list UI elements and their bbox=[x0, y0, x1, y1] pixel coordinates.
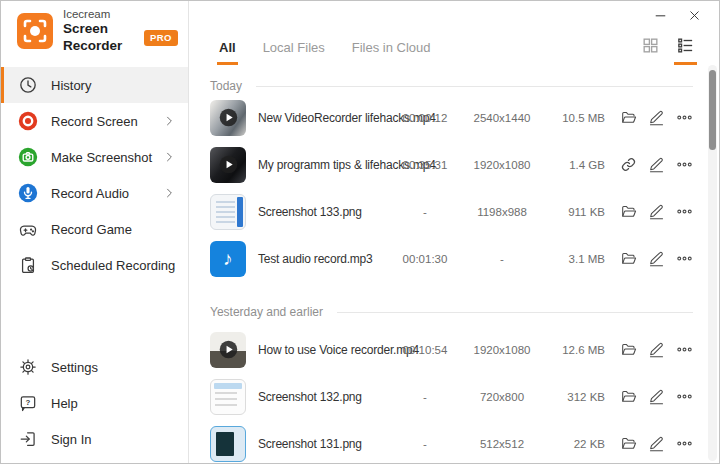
file-thumbnail[interactable] bbox=[210, 147, 246, 183]
sidebar-item-history[interactable]: History bbox=[1, 67, 188, 103]
file-row[interactable]: Screenshot 133.png - 1198x988 911 KB bbox=[210, 188, 693, 235]
sidebar-item-record-audio[interactable]: Record Audio bbox=[1, 175, 188, 211]
file-row[interactable]: Screenshot 131.png - 512x512 22 KB bbox=[210, 420, 693, 463]
brand-name-bottom: Screen Recorder bbox=[63, 21, 136, 55]
more-options-button[interactable] bbox=[675, 250, 693, 268]
sidebar: Icecream Screen Recorder PRO History Rec… bbox=[1, 1, 189, 463]
section-title: Today bbox=[210, 79, 242, 93]
help-icon: ? bbox=[17, 392, 39, 414]
tab-local-files[interactable]: Local Files bbox=[263, 40, 325, 65]
sidebar-item-sign-in[interactable]: Sign In bbox=[1, 421, 188, 457]
sidebar-item-settings[interactable]: Settings bbox=[1, 349, 188, 385]
sidebar-item-help[interactable]: ? Help bbox=[1, 385, 188, 421]
file-thumbnail[interactable] bbox=[210, 332, 246, 368]
file-size: 312 KB bbox=[547, 391, 605, 403]
pencil-icon bbox=[648, 203, 665, 220]
more-options-button[interactable] bbox=[675, 435, 693, 453]
file-duration: - bbox=[393, 438, 457, 450]
chevron-right-icon bbox=[162, 150, 176, 164]
folder-icon bbox=[620, 388, 637, 405]
open-folder-button[interactable] bbox=[619, 341, 637, 359]
sidebar-footer-menu: Settings ? Help Sign In bbox=[1, 349, 188, 457]
file-size: 1.4 GB bbox=[547, 159, 605, 171]
file-duration: - bbox=[393, 391, 457, 403]
copy-link-button[interactable] bbox=[619, 156, 637, 174]
file-name: How to use Voice recorder.mp4 bbox=[258, 343, 393, 357]
file-name: Test audio record.mp3 bbox=[258, 252, 393, 266]
file-row[interactable]: ♪ Test audio record.mp3 00:01:30 - 3.1 M… bbox=[210, 235, 693, 282]
file-thumbnail[interactable] bbox=[210, 426, 246, 462]
more-options-button[interactable] bbox=[675, 341, 693, 359]
more-dots-icon bbox=[676, 156, 693, 173]
edit-button[interactable] bbox=[647, 250, 665, 268]
sidebar-item-make-screenshot[interactable]: Make Screenshot bbox=[1, 139, 188, 175]
close-button[interactable] bbox=[679, 7, 709, 27]
app-logo-icon bbox=[17, 13, 53, 49]
open-folder-button[interactable] bbox=[619, 250, 637, 268]
file-resolution: - bbox=[457, 253, 547, 265]
file-duration: 00:10:54 bbox=[393, 344, 457, 356]
file-row[interactable]: My programm tips & lifehacks.mp4 00:35:3… bbox=[210, 141, 693, 188]
minimize-button[interactable] bbox=[645, 7, 675, 27]
grid-view-button[interactable] bbox=[639, 36, 662, 65]
brand-name-top: Icecream bbox=[63, 7, 178, 21]
clipboard-clock-icon bbox=[17, 254, 39, 276]
file-row[interactable]: How to use Voice recorder.mp4 00:10:54 1… bbox=[210, 326, 693, 373]
sidebar-item-scheduled-recording[interactable]: Scheduled Recording bbox=[1, 247, 188, 283]
more-options-button[interactable] bbox=[675, 203, 693, 221]
edit-button[interactable] bbox=[647, 341, 665, 359]
grid-view-icon bbox=[641, 36, 660, 55]
open-folder-button[interactable] bbox=[619, 388, 637, 406]
more-options-button[interactable] bbox=[675, 388, 693, 406]
file-resolution: 1920x1080 bbox=[457, 159, 547, 171]
sidebar-item-record-screen[interactable]: Record Screen bbox=[1, 103, 188, 139]
file-section: Today New VideoRecorder lifehacks.mp4 00… bbox=[210, 78, 693, 282]
list-view-button[interactable] bbox=[674, 36, 697, 65]
tab-all[interactable]: All bbox=[219, 40, 236, 65]
more-options-button[interactable] bbox=[675, 109, 693, 127]
file-name: New VideoRecorder lifehacks.mp4 bbox=[258, 111, 393, 125]
more-options-button[interactable] bbox=[675, 156, 693, 174]
file-size: 911 KB bbox=[547, 206, 605, 218]
edit-button[interactable] bbox=[647, 388, 665, 406]
file-duration: 00:35:31 bbox=[393, 159, 457, 171]
file-thumbnail[interactable] bbox=[210, 100, 246, 136]
open-folder-button[interactable] bbox=[619, 435, 637, 453]
play-icon bbox=[210, 100, 246, 136]
file-thumbnail[interactable]: ♪ bbox=[210, 241, 246, 277]
edit-button[interactable] bbox=[647, 109, 665, 127]
gear-icon bbox=[17, 356, 39, 378]
pencil-icon bbox=[648, 109, 665, 126]
more-dots-icon bbox=[676, 435, 693, 452]
file-duration: - bbox=[393, 206, 457, 218]
file-name: Screenshot 133.png bbox=[258, 205, 393, 219]
open-folder-button[interactable] bbox=[619, 109, 637, 127]
sidebar-item-record-game[interactable]: Record Game bbox=[1, 211, 188, 247]
scrollbar-track[interactable] bbox=[708, 65, 717, 461]
pencil-icon bbox=[648, 435, 665, 452]
file-row[interactable]: Screenshot 132.png - 720x800 312 KB bbox=[210, 373, 693, 420]
file-name: My programm tips & lifehacks.mp4 bbox=[258, 158, 393, 172]
file-thumbnail[interactable] bbox=[210, 379, 246, 415]
app-window: Icecream Screen Recorder PRO History Rec… bbox=[0, 0, 720, 464]
open-folder-button[interactable] bbox=[619, 203, 637, 221]
edit-button[interactable] bbox=[647, 435, 665, 453]
edit-button[interactable] bbox=[647, 203, 665, 221]
view-toggles bbox=[639, 36, 697, 65]
tab-bar: All Local Files Files in Cloud bbox=[189, 27, 719, 65]
tab-files-in-cloud[interactable]: Files in Cloud bbox=[352, 40, 431, 65]
folder-icon bbox=[620, 435, 637, 452]
more-dots-icon bbox=[676, 250, 693, 267]
app-brand: Icecream Screen Recorder PRO bbox=[17, 9, 178, 53]
folder-icon bbox=[620, 109, 637, 126]
edit-button[interactable] bbox=[647, 156, 665, 174]
file-row[interactable]: New VideoRecorder lifehacks.mp4 00:00:12… bbox=[210, 94, 693, 141]
camera-icon bbox=[17, 146, 39, 168]
pro-badge: PRO bbox=[144, 30, 178, 46]
play-icon bbox=[210, 332, 246, 368]
more-dots-icon bbox=[676, 203, 693, 220]
file-thumbnail[interactable] bbox=[210, 194, 246, 230]
file-duration: 00:00:12 bbox=[393, 112, 457, 124]
file-name: Screenshot 132.png bbox=[258, 390, 393, 404]
scrollbar-thumb[interactable] bbox=[709, 70, 716, 150]
